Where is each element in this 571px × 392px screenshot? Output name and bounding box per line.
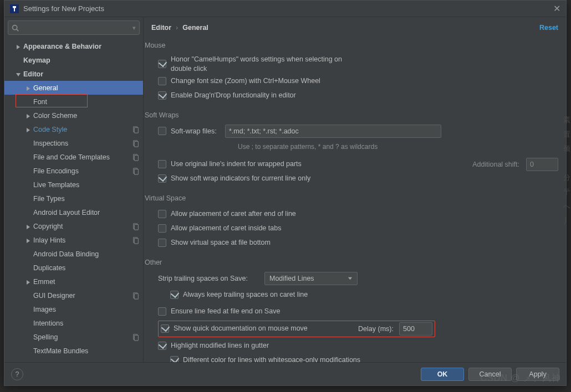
sidebar-item-label: TODO <box>33 361 140 363</box>
chk-softwrap-indicators[interactable] <box>158 174 166 183</box>
breadcrumb: Editor › General Reset <box>144 17 566 38</box>
search-icon <box>12 24 19 32</box>
sidebar-item-emmet[interactable]: Emmet <box>4 275 143 288</box>
sidebar-item-file-encodings[interactable]: File Encodings <box>4 164 143 178</box>
chk-quickdoc[interactable] <box>161 324 169 333</box>
sidebar-item-label: Inlay Hints <box>33 236 132 244</box>
project-scope-icon <box>132 167 140 175</box>
chk-original-indent[interactable] <box>158 160 166 168</box>
sidebar-item-live-templates[interactable]: Live Templates <box>4 178 143 192</box>
section-virtual: Virtual Space <box>145 194 558 202</box>
sidebar-item-label: Duplicates <box>33 264 140 272</box>
sidebar-item-label: Spelling <box>33 333 132 341</box>
delay-input[interactable] <box>399 322 432 336</box>
reset-link[interactable]: Reset <box>539 24 558 32</box>
sidebar-item-editor[interactable]: Editor <box>4 67 143 81</box>
additional-shift-input[interactable] <box>526 158 558 171</box>
sidebar-item-todo[interactable]: TODO <box>4 358 143 362</box>
chk-camelhumps[interactable] <box>158 60 166 68</box>
sidebar-item-color-scheme[interactable]: Color Scheme <box>4 109 143 122</box>
apply-button[interactable]: Apply <box>516 368 559 381</box>
titlebar: Settings for New Projects ✕ <box>4 1 566 17</box>
chk-keep-trailing[interactable] <box>170 291 179 299</box>
chk-highlight-gutter[interactable] <box>158 342 166 350</box>
project-scope-icon <box>132 223 140 230</box>
crumb-current: General <box>182 24 208 32</box>
sidebar-item-label: Editor <box>23 70 140 78</box>
section-mouse: Mouse <box>145 42 558 49</box>
svg-marker-6 <box>27 128 30 132</box>
svg-rect-8 <box>134 127 138 133</box>
sidebar-item-android-layout-editor[interactable]: Android Layout Editor <box>4 205 143 219</box>
chevron-right-icon <box>26 113 31 118</box>
strip-spaces-dropdown[interactable]: Modified Lines <box>264 272 358 285</box>
help-button[interactable]: ? <box>11 368 23 380</box>
chk-dnd[interactable] <box>158 91 166 100</box>
sidebar-item-duplicates[interactable]: Duplicates <box>4 261 143 275</box>
chk-linefeed[interactable] <box>158 307 166 316</box>
sidebar-item-label: Inspections <box>33 140 132 147</box>
window-title: Settings for New Projects <box>23 4 104 13</box>
sidebar-item-appearance-behavior[interactable]: Appearance & Behavior <box>4 39 143 53</box>
chevron-right-icon <box>26 85 31 91</box>
sidebar-item-keymap[interactable]: Keymap <box>4 53 143 67</box>
svg-rect-14 <box>134 169 138 174</box>
softwrap-files-input[interactable] <box>225 125 441 138</box>
search-input[interactable]: ▾ <box>8 20 140 35</box>
close-icon[interactable]: ✕ <box>553 3 560 14</box>
section-softwraps: Soft Wraps <box>145 111 558 119</box>
sidebar: ▾ Appearance & BehaviorKeymapEditorGener… <box>4 17 144 362</box>
svg-rect-10 <box>134 141 138 147</box>
form-scroll[interactable]: Mouse Honor "CamelHumps" words settings … <box>144 38 566 362</box>
sidebar-item-label: Copyright <box>33 223 132 230</box>
chk-caret-tabs[interactable] <box>158 224 166 233</box>
svg-marker-3 <box>16 73 21 76</box>
sidebar-item-android-data-binding[interactable]: Android Data Binding <box>4 247 143 261</box>
ok-button[interactable]: OK <box>421 368 464 381</box>
sidebar-item-label: Android Data Binding <box>33 250 140 258</box>
sidebar-item-label: Android Layout Editor <box>33 209 140 216</box>
sidebar-item-gui-designer[interactable]: GUI Designer <box>4 288 143 302</box>
sidebar-item-textmate-bundles[interactable]: TextMate Bundles <box>4 344 143 358</box>
sidebar-item-general[interactable]: General <box>4 81 143 95</box>
footer: ? OK Cancel Apply <box>4 362 566 385</box>
sidebar-item-inspections[interactable]: Inspections <box>4 136 143 150</box>
project-scope-icon <box>132 153 140 161</box>
chk-zoom[interactable] <box>158 77 166 85</box>
chevron-right-icon <box>26 238 31 243</box>
chevron-down-icon <box>16 71 21 77</box>
chk-diff-color[interactable] <box>170 356 179 362</box>
svg-marker-18 <box>27 239 30 243</box>
sidebar-item-spelling[interactable]: Spelling <box>4 330 143 344</box>
sidebar-item-label: File and Code Templates <box>33 153 132 161</box>
sidebar-item-file-and-code-templates[interactable]: File and Code Templates <box>4 150 143 164</box>
project-scope-icon <box>132 126 140 133</box>
chk-softwrap-files[interactable] <box>158 127 166 135</box>
crumb-root[interactable]: Editor <box>151 24 171 32</box>
chk-virtual-bottom[interactable] <box>158 239 166 247</box>
svg-marker-15 <box>27 225 30 229</box>
svg-marker-2 <box>17 45 20 49</box>
chevron-right-icon <box>26 279 31 285</box>
sidebar-item-copyright[interactable]: Copyright <box>4 219 143 233</box>
sidebar-item-images[interactable]: Images <box>4 302 143 316</box>
sidebar-item-label: Emmet <box>33 278 140 286</box>
chk-caret-eol[interactable] <box>158 210 166 218</box>
settings-tree[interactable]: Appearance & BehaviorKeymapEditorGeneral… <box>4 38 143 362</box>
sidebar-item-label: Live Templates <box>33 181 140 189</box>
sidebar-item-code-style[interactable]: Code Style <box>4 122 143 136</box>
sidebar-item-label: File Encodings <box>33 167 132 175</box>
sidebar-item-intentions[interactable]: Intentions <box>4 316 143 330</box>
chevron-right-icon <box>16 44 21 49</box>
svg-marker-4 <box>27 86 30 91</box>
sidebar-item-file-types[interactable]: File Types <box>4 192 143 205</box>
sidebar-item-inlay-hints[interactable]: Inlay Hints <box>4 233 143 247</box>
sidebar-item-font[interactable]: Font <box>4 95 143 109</box>
svg-marker-26 <box>348 277 352 280</box>
sidebar-item-label: File Types <box>33 195 140 203</box>
cancel-button[interactable]: Cancel <box>468 368 512 381</box>
sidebar-item-label: Code Style <box>33 126 132 133</box>
svg-point-0 <box>13 25 17 29</box>
project-scope-icon <box>132 236 140 244</box>
chevron-right-icon <box>26 127 31 132</box>
